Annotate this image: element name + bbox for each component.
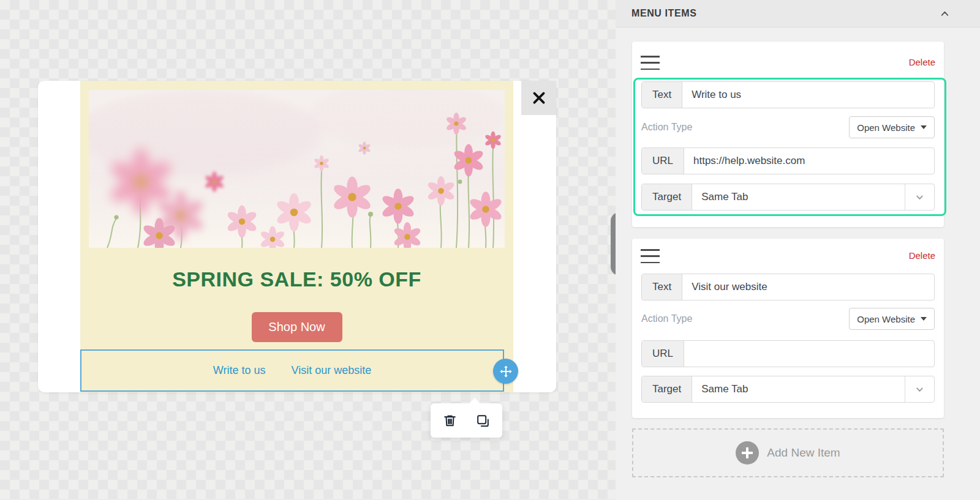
menu-link-write-to-us[interactable]: Write to us <box>213 364 266 377</box>
popup-content: SPRING SALE: 50% OFF Shop Now Write to u… <box>80 81 513 392</box>
menu-item-card-1: Delete Text Action Type Open Website URL… <box>632 42 944 227</box>
move-icon <box>499 365 513 378</box>
url-field-label: URL <box>642 341 684 367</box>
element-toolbar <box>431 403 502 438</box>
menu-link-visit-website[interactable]: Visit our website <box>291 364 371 377</box>
popup-headline: SPRING SALE: 50% OFF <box>80 267 513 291</box>
shop-now-button[interactable]: Shop Now <box>252 312 342 342</box>
target-select-group[interactable]: Target Same Tab <box>641 184 935 211</box>
menu-item-card-2: Delete Text Action Type Open Website URL… <box>632 239 944 418</box>
popup-menu-bar-selected[interactable]: Write to us Visit our website <box>80 349 504 392</box>
target-selected-value: Same Tab <box>692 184 905 210</box>
chevron-down-icon <box>914 192 925 203</box>
action-type-value: Open Website <box>857 122 915 133</box>
add-new-item-button[interactable]: Add New Item <box>632 428 944 477</box>
plus-icon <box>736 441 759 465</box>
delete-item-button[interactable]: Delete <box>909 57 935 67</box>
text-input[interactable] <box>682 274 934 300</box>
text-field-group: Text <box>641 81 935 108</box>
target-dropdown-toggle[interactable] <box>905 184 934 210</box>
close-icon <box>531 90 547 106</box>
caret-down-icon <box>921 125 927 129</box>
text-field-label: Text <box>642 82 682 108</box>
duplicate-icon <box>475 413 491 428</box>
editor-canvas: SPRING SALE: 50% OFF Shop Now Write to u… <box>0 0 616 500</box>
target-selected-value: Same Tab <box>692 376 905 402</box>
action-type-value: Open Website <box>857 314 915 324</box>
chevron-up-icon[interactable] <box>939 8 951 20</box>
target-dropdown-toggle[interactable] <box>905 376 934 402</box>
action-type-dropdown[interactable]: Open Website <box>849 308 935 330</box>
delete-item-button[interactable]: Delete <box>909 250 935 261</box>
target-select-group[interactable]: Target Same Tab <box>641 376 935 403</box>
action-type-label: Action Type <box>641 122 692 133</box>
drag-handle-icon[interactable] <box>641 249 660 263</box>
text-field-group: Text <box>641 274 935 300</box>
action-type-label: Action Type <box>641 313 692 324</box>
target-field-label: Target <box>642 376 692 402</box>
menu-items-section-header[interactable]: MENU ITEMS <box>616 0 980 28</box>
flower-hero-image <box>89 90 505 248</box>
url-input[interactable] <box>684 148 934 174</box>
popup-close-button[interactable] <box>521 81 556 115</box>
action-type-dropdown[interactable]: Open Website <box>849 116 935 138</box>
drag-handle-icon[interactable] <box>641 56 660 70</box>
chevron-down-icon <box>914 384 925 395</box>
settings-panel: MENU ITEMS Delete Text Action Type Open … <box>616 0 980 500</box>
text-input[interactable] <box>682 82 934 108</box>
add-new-item-label: Add New Item <box>767 446 840 460</box>
caret-down-icon <box>921 317 927 321</box>
duplicate-element-button[interactable] <box>475 412 492 429</box>
section-title: MENU ITEMS <box>631 8 696 19</box>
delete-element-button[interactable] <box>442 412 459 429</box>
url-field-label: URL <box>642 148 684 174</box>
url-input[interactable] <box>684 341 934 367</box>
popup-preview-card: SPRING SALE: 50% OFF Shop Now Write to u… <box>38 81 556 392</box>
element-move-handle[interactable] <box>493 359 518 384</box>
url-field-group: URL <box>641 340 935 367</box>
url-field-group: URL <box>641 147 935 174</box>
trash-icon <box>442 413 458 428</box>
target-field-label: Target <box>642 184 692 210</box>
text-field-label: Text <box>642 274 682 300</box>
